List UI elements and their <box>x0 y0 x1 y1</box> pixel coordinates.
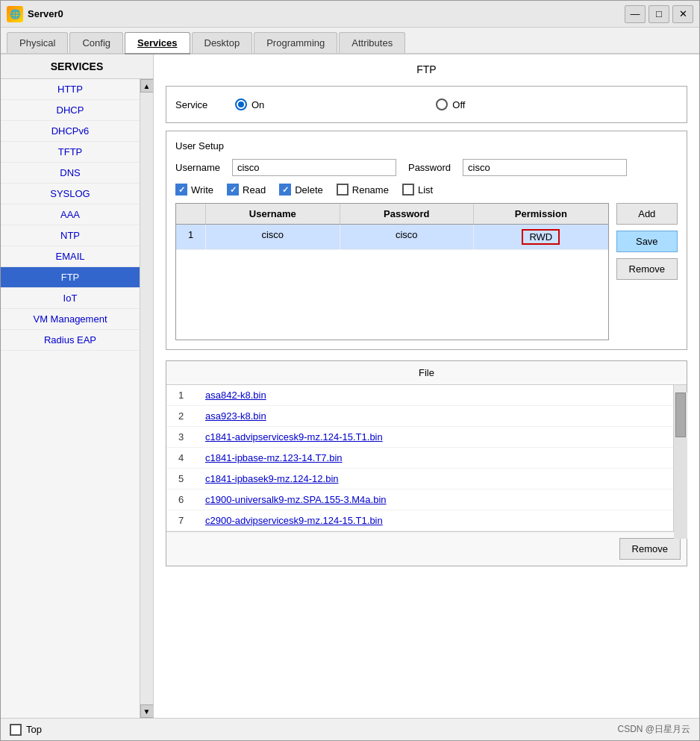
tab-bar: Physical Config Services Desktop Program… <box>1 28 699 54</box>
file-item-6: 6 c1900-universalk9-mz.SPA.155-3.M4a.bin <box>166 490 673 510</box>
tab-config[interactable]: Config <box>69 32 123 53</box>
sidebar-item-vm-management[interactable]: VM Management <box>1 309 140 330</box>
service-on-radio[interactable] <box>235 99 247 110</box>
col-username: Username <box>206 204 340 224</box>
service-off-option[interactable]: Off <box>436 99 465 110</box>
file-name-4[interactable]: c1841-ipbase-mz.123-14.T7.bin <box>205 452 343 463</box>
file-num-4: 4 <box>178 452 193 463</box>
file-item-4: 4 c1841-ipbase-mz.123-14.T7.bin <box>166 448 673 469</box>
col-num <box>176 204 206 224</box>
service-off-label: Off <box>452 99 465 110</box>
app-icon: 🌐 <box>7 6 23 22</box>
sidebar-item-ntp[interactable]: NTP <box>1 225 140 246</box>
file-scrollbar[interactable] <box>673 385 687 531</box>
tab-attributes[interactable]: Attributes <box>339 32 405 53</box>
rename-checkbox-option[interactable]: Rename <box>337 184 389 196</box>
service-off-radio[interactable] <box>436 99 448 110</box>
file-name-5[interactable]: c1841-ipbasek9-mz.124-12.bin <box>205 473 339 484</box>
remove-button[interactable]: Remove <box>616 258 678 280</box>
scrollbar-thumb[interactable] <box>675 393 686 437</box>
bottom-bar: Top CSDN @日星月云 <box>1 718 699 740</box>
file-name-2[interactable]: asa923-k8.bin <box>205 410 266 422</box>
file-item-1: 1 asa842-k8.bin <box>166 385 673 406</box>
scroll-down-arrow[interactable]: ▼ <box>140 704 154 718</box>
tab-programming[interactable]: Programming <box>254 32 337 53</box>
file-name-3[interactable]: c1841-advipservicesk9-mz.124-15.T1.bin <box>205 431 383 443</box>
close-button[interactable]: ✕ <box>672 5 693 23</box>
read-checkbox-option[interactable]: Read <box>227 184 266 196</box>
tab-desktop[interactable]: Desktop <box>192 32 253 53</box>
user-setup-section: User Setup Username Password Write <box>166 131 687 350</box>
file-name-6[interactable]: c1900-universalk9-mz.SPA.155-3.M4a.bin <box>205 494 387 505</box>
file-item-5: 5 c1841-ipbasek9-mz.124-12.bin <box>166 469 673 490</box>
row-num: 1 <box>176 225 206 249</box>
read-label: Read <box>243 184 266 196</box>
sidebar-item-dns[interactable]: DNS <box>1 163 140 184</box>
maximize-button[interactable]: □ <box>649 5 669 23</box>
service-row: Service On Off <box>175 96 678 113</box>
username-label: Username <box>175 162 220 173</box>
write-checkbox-option[interactable]: Write <box>175 184 213 196</box>
file-name-1[interactable]: asa842-k8.bin <box>205 390 266 401</box>
table-row[interactable]: 1 cisco cisco RWD <box>176 225 608 250</box>
add-button[interactable]: Add <box>616 203 678 225</box>
table-buttons: Add Save Remove <box>616 203 678 340</box>
file-list: 1 asa842-k8.bin 2 asa923-k8.bin 3 c1841-… <box>166 385 673 531</box>
save-button[interactable]: Save <box>616 231 678 252</box>
service-on-option[interactable]: On <box>235 99 264 110</box>
write-checkbox[interactable] <box>175 184 187 196</box>
col-permission: Permission <box>474 204 608 224</box>
file-num-1: 1 <box>178 390 193 401</box>
ftp-title: FTP <box>166 63 687 75</box>
sidebar-item-tftp[interactable]: TFTP <box>1 142 140 163</box>
sidebar-item-iot[interactable]: IoT <box>1 288 140 309</box>
rename-checkbox[interactable] <box>337 184 349 196</box>
sidebar-item-ftp[interactable]: FTP <box>1 267 140 288</box>
main-window: 🌐 Server0 — □ ✕ Physical Config Services… <box>0 0 700 741</box>
file-item-7: 7 c2900-advipservicesk9-mz.124-15.T1.bin <box>166 510 673 531</box>
title-bar: 🌐 Server0 — □ ✕ <box>1 1 699 28</box>
top-label: Top <box>26 724 42 735</box>
user-setup-fields: Username Password <box>175 159 678 176</box>
password-input[interactable] <box>463 159 627 176</box>
delete-checkbox-option[interactable]: Delete <box>279 184 323 196</box>
delete-checkbox[interactable] <box>279 184 291 196</box>
table-header: Username Password Permission <box>176 204 608 225</box>
sidebar-item-syslog[interactable]: SYSLOG <box>1 184 140 204</box>
user-table: Username Password Permission 1 cisco cis… <box>175 203 609 340</box>
service-section: Service On Off <box>166 86 687 123</box>
username-input[interactable] <box>232 159 396 176</box>
user-table-area: Username Password Permission 1 cisco cis… <box>175 203 678 340</box>
user-setup-label: User Setup <box>175 140 678 151</box>
top-checkbox[interactable] <box>10 724 22 736</box>
sidebar-item-radius-eap[interactable]: Radius EAP <box>1 330 140 351</box>
tab-physical[interactable]: Physical <box>7 32 68 53</box>
password-label: Password <box>408 162 451 173</box>
file-section-header: File <box>166 361 687 385</box>
write-label: Write <box>191 184 213 196</box>
row-password: cisco <box>340 225 475 249</box>
sidebar-item-http[interactable]: HTTP <box>1 79 140 100</box>
file-name-7[interactable]: c2900-advipservicesk9-mz.124-15.T1.bin <box>205 515 383 526</box>
file-remove-row: Remove <box>166 531 687 566</box>
tab-services[interactable]: Services <box>125 32 190 54</box>
file-num-2: 2 <box>178 410 193 422</box>
row-permission: RWD <box>474 225 608 249</box>
list-checkbox-option[interactable]: List <box>402 184 433 196</box>
minimize-button[interactable]: — <box>625 5 646 23</box>
list-checkbox[interactable] <box>402 184 414 196</box>
delete-label: Delete <box>295 184 323 196</box>
permissions-checkboxes: Write Read Delete Rename <box>175 184 678 196</box>
file-remove-button[interactable]: Remove <box>619 538 681 560</box>
sidebar-item-aaa[interactable]: AAA <box>1 204 140 225</box>
scroll-up-arrow[interactable]: ▲ <box>140 79 154 93</box>
service-label: Service <box>175 99 220 110</box>
sidebar-item-dhcp[interactable]: DHCP <box>1 100 140 121</box>
read-checkbox[interactable] <box>227 184 239 196</box>
main-panel: FTP Service On Off <box>154 54 699 718</box>
file-num-6: 6 <box>178 494 193 505</box>
sidebar-item-dhcpv6[interactable]: DHCPv6 <box>1 121 140 142</box>
file-section: File 1 asa842-k8.bin 2 asa923-k8.bin 3 <box>166 360 687 566</box>
sidebar-item-email[interactable]: EMAIL <box>1 246 140 267</box>
row-username: cisco <box>206 225 340 249</box>
